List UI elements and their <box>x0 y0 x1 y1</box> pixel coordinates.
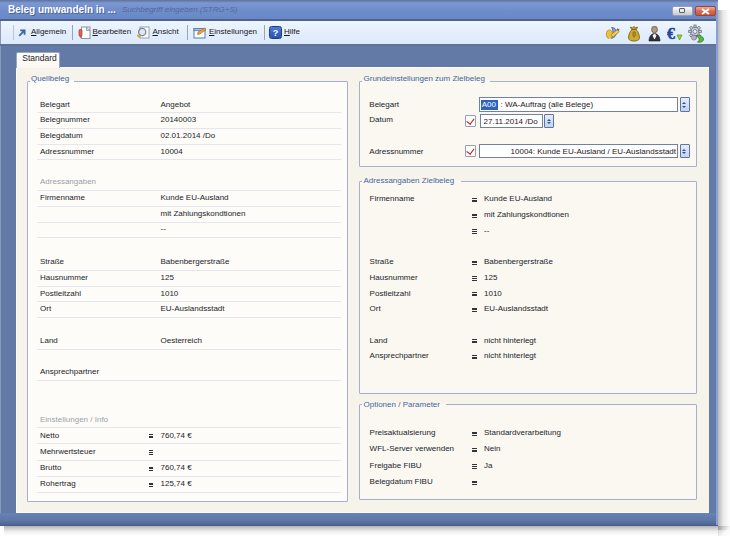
svg-text:€: € <box>667 25 675 42</box>
